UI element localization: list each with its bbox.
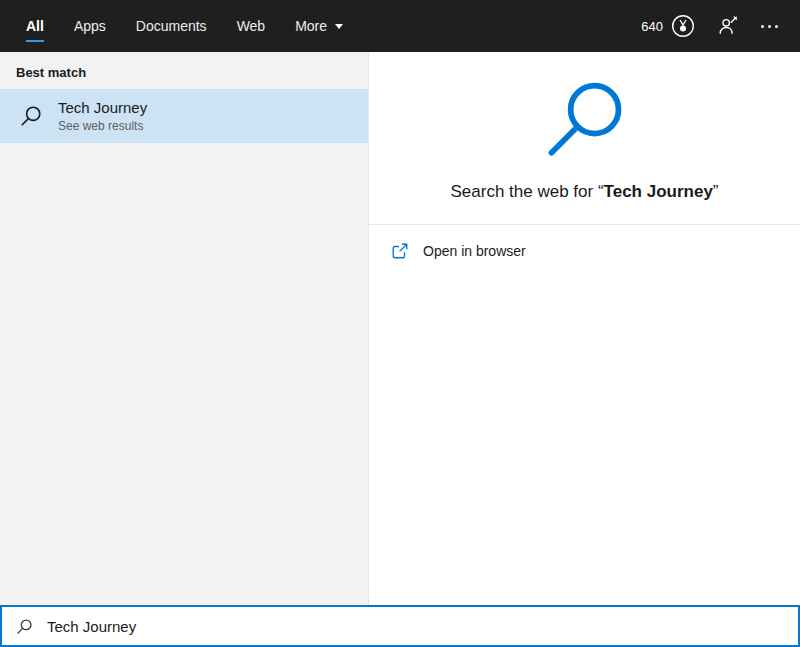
search-input[interactable] [47,618,785,635]
rewards-points-count: 640 [641,19,663,34]
more-options-icon[interactable] [761,25,778,28]
best-match-header: Best match [0,52,368,89]
search-web-prefix: Search the web for [450,182,597,201]
chevron-down-icon [335,24,343,29]
search-preview-icon [539,76,631,168]
tab-web[interactable]: Web [237,0,266,52]
open-in-browser-action[interactable]: Open in browser [369,225,800,260]
best-match-meta: Tech Journey See web results [58,99,147,133]
rewards-medal-icon [671,14,695,38]
tab-more[interactable]: More [295,0,343,52]
search-web-text: Search the web for “Tech Journey” [450,182,718,202]
tab-all[interactable]: All [26,0,44,52]
best-match-title: Tech Journey [58,99,147,116]
preview-header: Search the web for “Tech Journey” [369,52,800,202]
search-filter-bar: All Apps Documents Web More 640 [0,0,800,52]
tab-more-label: More [295,18,327,34]
filter-tabs: All Apps Documents Web More [0,0,343,52]
topbar-actions: 640 [641,0,800,52]
results-panel: Best match Tech Journey See web results [0,52,368,605]
best-match-subtitle: See web results [58,119,147,133]
rewards-button[interactable]: 640 [641,14,695,38]
tab-documents[interactable]: Documents [136,0,207,52]
best-match-item[interactable]: Tech Journey See web results [0,89,368,143]
windows-search-flyout: All Apps Documents Web More 640 [0,0,800,647]
close-quote: ” [713,182,719,201]
tab-apps[interactable]: Apps [74,0,106,52]
search-web-query: Tech Journey [604,182,713,201]
search-icon [18,103,44,129]
search-box [0,605,800,647]
open-in-browser-label: Open in browser [423,243,526,259]
preview-panel: Search the web for “Tech Journey” Open i… [368,52,800,605]
open-external-icon [391,242,409,260]
search-input-icon [15,617,34,636]
feedback-person-icon[interactable] [717,15,739,37]
